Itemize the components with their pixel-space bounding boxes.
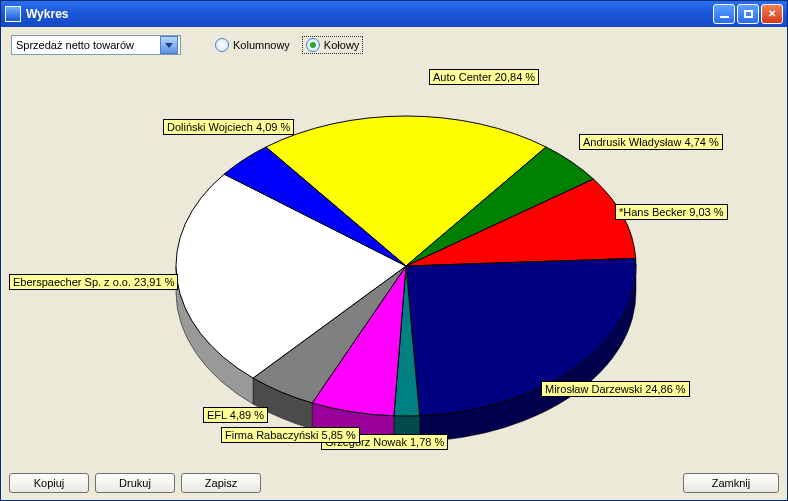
slice-label: Andrusik Władysław 4,74 %: [579, 134, 723, 150]
slice-label: EFL 4,89 %: [203, 407, 268, 423]
app-window: Wykres Sprzedaż netto towarów Kolumnowy …: [0, 0, 788, 501]
save-button[interactable]: Zapisz: [181, 473, 261, 493]
chevron-down-icon: [160, 36, 178, 54]
metric-dropdown[interactable]: Sprzedaż netto towarów: [11, 35, 181, 55]
chart-type-column-label: Kolumnowy: [233, 39, 290, 51]
metric-value: Sprzedaż netto towarów: [16, 39, 160, 51]
chart-type-column-radio[interactable]: Kolumnowy: [215, 38, 290, 52]
chart-type-pie-label: Kołowy: [324, 39, 359, 51]
window-title: Wykres: [26, 7, 713, 21]
slice-label: Auto Center 20,84 %: [429, 69, 539, 85]
chart-type-pie-radio[interactable]: Kołowy: [302, 36, 363, 54]
slice-label: Firma Rabaczyński 5,85 %: [221, 427, 360, 443]
titlebar: Wykres: [1, 1, 787, 27]
slice-label: Doliński Wojciech 4,09 %: [163, 119, 294, 135]
radio-icon: [306, 38, 320, 52]
window-minimize-button[interactable]: [713, 4, 735, 24]
footer: Kopiuj Drukuj Zapisz Zamknij: [1, 466, 787, 500]
close-button[interactable]: Zamknij: [683, 473, 779, 493]
pie-chart: [1, 56, 788, 464]
copy-button[interactable]: Kopiuj: [9, 473, 89, 493]
window-maximize-button[interactable]: [737, 4, 759, 24]
chart-area: Auto Center 20,84 % Andrusik Władysław 4…: [1, 56, 787, 462]
window-close-button[interactable]: [761, 4, 783, 24]
slice-label: *Hans Becker 9,03 %: [615, 204, 728, 220]
app-icon: [5, 6, 21, 22]
print-button[interactable]: Drukuj: [95, 473, 175, 493]
slice-label: Eberspaecher Sp. z o.o. 23,91 %: [9, 274, 178, 290]
slice-label: Mirosław Darzewski 24,86 %: [541, 381, 690, 397]
radio-icon: [215, 38, 229, 52]
